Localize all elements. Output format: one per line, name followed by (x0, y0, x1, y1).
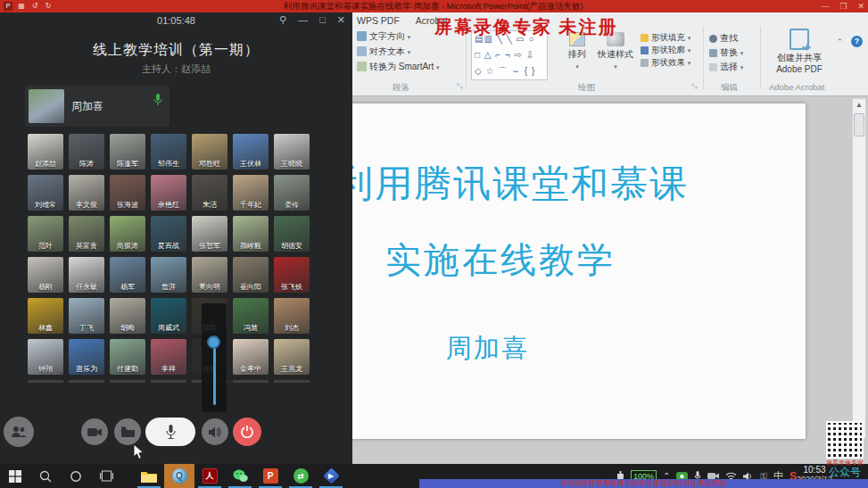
participant-tile[interactable]: 王伏林 (233, 134, 269, 170)
participant-tile[interactable]: 刘杰 (274, 298, 310, 334)
participant-tile[interactable]: 千年妃 (233, 175, 269, 211)
participant-tile[interactable]: 詹湃 (151, 257, 186, 293)
participant-tile[interactable]: 陈涛 (69, 134, 104, 170)
smartart-button[interactable]: 转换为 SmartArt ▾ (357, 61, 440, 73)
close-button[interactable]: ✕ (857, 0, 864, 12)
participant-tile[interactable]: 杨刚 (28, 257, 63, 293)
shape-outline-button[interactable]: 形状轮廓 ▾ (641, 45, 690, 56)
participant-name: 刘维常 (28, 200, 63, 210)
participant-tile[interactable]: 佘艳红 (151, 175, 186, 211)
participant-tile[interactable]: 刘维常 (28, 175, 63, 211)
camera-button[interactable] (81, 418, 108, 445)
shape-row-3[interactable]: ◇ ☆ ⌒ ～ { } (475, 63, 547, 79)
scroll-up-icon[interactable]: ▲ (853, 99, 865, 112)
taskbar-file-explorer[interactable] (134, 464, 164, 488)
participant-tile[interactable]: 范叶 (28, 216, 63, 252)
panel-minimize-button[interactable]: — (298, 14, 308, 26)
participant-tile[interactable]: 张智军 (192, 216, 227, 252)
undo-icon[interactable]: ↺ (30, 2, 39, 11)
participant-tile[interactable]: 张飞铁 (274, 257, 310, 293)
leave-meeting-button[interactable] (233, 418, 261, 446)
participant-tile[interactable]: 丁飞 (69, 298, 104, 334)
drawing-dialog-launcher-icon[interactable]: ⤡ (691, 82, 697, 91)
participant-tile[interactable]: 杨军 (110, 257, 145, 293)
participant-tile[interactable]: 冯慧 (233, 298, 269, 334)
participant-tile[interactable]: 李祥 (151, 339, 186, 375)
participant-name: 唐乐为 (69, 364, 104, 374)
task-view-button[interactable] (91, 464, 121, 488)
participant-tile[interactable]: 林鑫 (28, 298, 63, 334)
align-text-button[interactable]: 对齐文本 ▾ (357, 45, 410, 58)
participant-tile[interactable]: 朱洁 (192, 175, 227, 211)
help-icon[interactable]: ? (851, 36, 863, 47)
taskbar-sync-app[interactable]: ⇄ (285, 464, 316, 488)
find-button[interactable]: 查找 (709, 32, 738, 45)
active-speaker-card[interactable]: 周加喜 (25, 86, 169, 127)
participant-tile[interactable]: 王晓晓 (274, 134, 310, 170)
collapse-ribbon-icon[interactable]: ⌃ (836, 37, 843, 46)
start-button[interactable] (0, 464, 30, 488)
participant-tile[interactable]: 黄向明 (192, 257, 227, 293)
participant-tile[interactable]: 任永敏 (69, 257, 104, 293)
taskbar-recorder-app-active[interactable]: Q (164, 464, 194, 488)
maximize-button[interactable]: ❐ (839, 0, 847, 12)
taskbar-acrobat[interactable]: 人 (194, 464, 225, 488)
participant-name: 李祥 (151, 364, 186, 374)
participant-tile[interactable]: 张海波 (110, 175, 145, 211)
minimize-button[interactable]: — (821, 0, 829, 12)
panel-maximize-button[interactable]: □ (319, 14, 326, 26)
share-folder-button[interactable] (114, 418, 141, 445)
pin-icon[interactable]: ⚲ (279, 14, 286, 26)
create-share-pdf-button[interactable]: 创建并共享 Adobe PDF (765, 29, 833, 74)
volume-slider-track[interactable] (213, 346, 216, 405)
participant-tile[interactable]: 付建勤 (110, 339, 145, 375)
select-button[interactable]: 选择 ▾ (709, 61, 743, 73)
participant-tile[interactable]: 莫富贵 (69, 216, 104, 252)
participant-tile[interactable]: 胡晦 (110, 298, 145, 334)
speaker-button[interactable] (202, 418, 228, 445)
volume-slider-popup[interactable] (202, 303, 227, 412)
taskbar-powerpoint[interactable]: P (255, 464, 285, 488)
microphone-button[interactable] (145, 418, 195, 446)
participant-tile[interactable]: 陈逢军 (110, 134, 145, 170)
shape-row-2[interactable]: □ △ ⌐ ¬ ⇨ ⇩ (475, 47, 547, 63)
participant-tile[interactable]: 夏百战 (151, 216, 186, 252)
slide-scrollbar[interactable]: ▲ ▼ (852, 98, 866, 439)
participant-tile[interactable]: 尚振涛 (110, 216, 145, 252)
recorder-app-icon: Q (172, 468, 187, 484)
taskbar-meeting-app[interactable]: ▶ (316, 464, 346, 488)
participant-name: 李文俊 (69, 200, 104, 210)
replace-button[interactable]: 替换 ▾ (709, 46, 743, 59)
participant-tile[interactable]: 唐乐为 (69, 339, 104, 375)
participant-tile[interactable]: 胡德安 (274, 216, 310, 252)
participant-tile[interactable]: 李文俊 (69, 175, 104, 211)
save-icon[interactable]: ▦ (17, 2, 26, 11)
taskbar-wechat[interactable] (225, 464, 255, 488)
participant-tile[interactable]: 邓胜旺 (192, 134, 227, 170)
tab-wps-pdf[interactable]: WPS PDF (357, 12, 400, 29)
participant-tile[interactable]: 周威武 (151, 298, 186, 334)
cortana-button[interactable] (61, 464, 91, 488)
participant-tile[interactable]: 邹伟生 (151, 134, 186, 170)
participant-tile[interactable]: 金孝中 (233, 339, 269, 375)
panel-close-button[interactable]: ✕ (337, 14, 345, 26)
participant-tile[interactable]: 崔向阳 (233, 257, 269, 293)
scrollbar-thumb[interactable] (854, 113, 864, 136)
volume-slider-thumb[interactable] (207, 335, 220, 349)
text-direction-button[interactable]: 文字方向 ▾ (357, 30, 410, 43)
participant-tile[interactable]: 钟翔 (28, 339, 63, 375)
speaker-name: 周加喜 (71, 99, 103, 114)
redo-icon[interactable]: ↻ (44, 2, 53, 11)
participant-tile[interactable]: 王兆龙 (274, 339, 310, 375)
paragraph-dialog-launcher-icon[interactable]: ⤡ (457, 82, 462, 91)
participant-tile[interactable]: 娄伶 (274, 175, 310, 211)
participants-button[interactable] (4, 417, 34, 447)
shape-effects-button[interactable]: 形状效果 ▾ (641, 57, 690, 69)
participant-tile[interactable]: 赵添喆 (28, 134, 63, 170)
participant-tile[interactable]: 颜峻毅 (233, 216, 269, 252)
meeting-host: 主持人：赵添喆 (0, 62, 352, 76)
shape-fill-button[interactable]: 形状填充 ▾ (641, 32, 690, 44)
search-button[interactable] (30, 464, 61, 488)
participant-name: 王兆龙 (274, 364, 310, 374)
speaker-thumbnail (29, 89, 64, 123)
